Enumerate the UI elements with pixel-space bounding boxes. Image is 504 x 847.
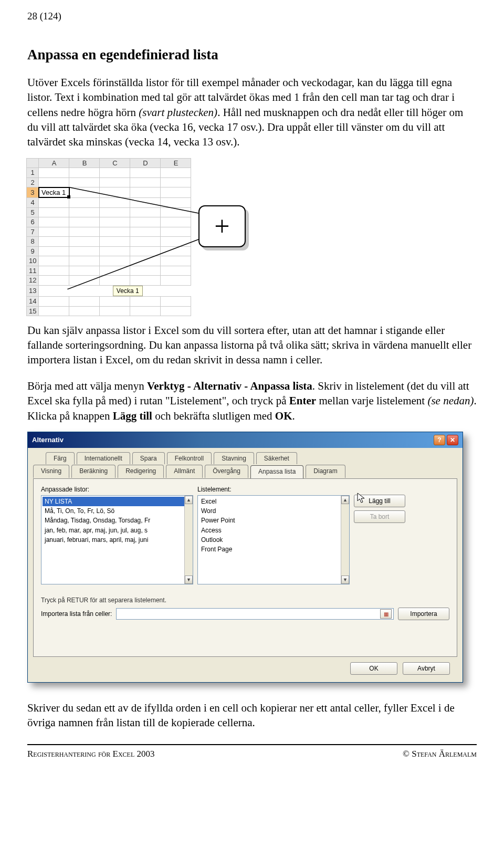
row-head: 7 bbox=[27, 227, 39, 237]
tab-farg[interactable]: Färg bbox=[46, 452, 75, 464]
list-item[interactable]: Må, Ti, On, To, Fr, Lö, Sö bbox=[43, 506, 192, 516]
delete-button[interactable]: Ta bort bbox=[354, 510, 405, 523]
list-item[interactable]: jan, feb, mar, apr, maj, jun, jul, aug, … bbox=[43, 526, 192, 535]
scroll-down-icon[interactable]: ▼ bbox=[341, 576, 349, 584]
list-item: Excel bbox=[199, 497, 348, 506]
footer-right: © Stefan Ärlemalm bbox=[403, 748, 477, 760]
list-item[interactable]: januari, februari, mars, april, maj, jun… bbox=[43, 535, 192, 545]
drag-tooltip: Vecka 1 bbox=[113, 286, 143, 296]
tab-visning[interactable]: Visning bbox=[33, 465, 69, 478]
list-item: Front Page bbox=[199, 545, 348, 554]
p3d: Enter bbox=[289, 394, 316, 407]
col-head: E bbox=[161, 158, 191, 168]
label-list-elements: Listelement: bbox=[197, 485, 350, 494]
tab-stavning[interactable]: Stavning bbox=[214, 452, 254, 464]
tab-panel: Anpassade listor: NY LISTA Må, Ti, On, T… bbox=[33, 478, 457, 657]
tab-spara[interactable]: Spara bbox=[132, 452, 165, 464]
col-head: A bbox=[39, 158, 69, 168]
tab-diagram[interactable]: Diagram bbox=[306, 465, 345, 478]
p3k: . bbox=[292, 410, 295, 422]
para1-b: (svart plustecken) bbox=[139, 106, 217, 119]
help-button[interactable]: ? bbox=[434, 435, 445, 445]
col-head: D bbox=[130, 158, 161, 168]
heading: Anpassa en egendefinierad lista bbox=[27, 45, 477, 64]
custom-lists-box[interactable]: NY LISTA Må, Ti, On, To, Fr, Lö, Sö Månd… bbox=[41, 495, 193, 584]
row-head: 8 bbox=[27, 237, 39, 247]
list-item[interactable]: Måndag, Tisdag, Onsdag, Torsdag, Fr bbox=[43, 516, 192, 525]
page-footer: Registerhantering för Excel 2003 © Stefa… bbox=[27, 748, 477, 760]
paragraph-4: Skriver du sedan ett av de ifyllda orden… bbox=[27, 700, 477, 730]
list-item[interactable]: NY LISTA bbox=[43, 497, 192, 506]
paragraph-2: Du kan själv anpassa listor i Excel som … bbox=[27, 323, 477, 368]
p3b: Verktyg - Alternativ - Anpassa lista bbox=[147, 380, 312, 392]
tab-allmant[interactable]: Allmänt bbox=[166, 465, 203, 478]
list-elements-box[interactable]: Excel Word Power Point Access Outlook Fr… bbox=[197, 495, 350, 584]
p3h: Lägg till bbox=[113, 410, 152, 422]
tab-sakerhet[interactable]: Säkerhet bbox=[256, 452, 297, 464]
plus-callout: + bbox=[198, 205, 246, 247]
scrollbar[interactable]: ▲ ▼ bbox=[341, 496, 349, 584]
row-head: 5 bbox=[27, 207, 39, 217]
row-head: 11 bbox=[27, 266, 39, 276]
row-head: 15 bbox=[27, 306, 39, 316]
tab-berakning[interactable]: Beräkning bbox=[71, 465, 116, 478]
p3e: mellan varje listelement bbox=[316, 394, 427, 407]
row-head: 2 bbox=[27, 177, 39, 187]
import-label: Importera lista från celler: bbox=[41, 610, 112, 618]
page-number: 28 (124) bbox=[27, 9, 477, 23]
tab-overgang[interactable]: Övergång bbox=[205, 465, 248, 478]
excel-screenshot: A B C D E 1 2 3Vecka 1 4 5 6 7 8 9 10 11… bbox=[26, 158, 226, 310]
list-item: Outlook bbox=[199, 535, 348, 545]
dialog-titlebar: Alternativ ? ✕ bbox=[28, 432, 463, 448]
col-head: C bbox=[100, 158, 130, 168]
row-head: 6 bbox=[27, 217, 39, 227]
options-dialog: Alternativ ? ✕ Färg Internationellt Spar… bbox=[27, 432, 463, 683]
cancel-button[interactable]: Avbryt bbox=[403, 662, 450, 675]
tab-redigering[interactable]: Redigering bbox=[118, 465, 164, 478]
paragraph-3: Börja med att välja menyn Verktyg - Alte… bbox=[27, 379, 477, 423]
excel-grid: A B C D E 1 2 3Vecka 1 4 5 6 7 8 9 10 11… bbox=[26, 158, 191, 316]
tab-internationellt[interactable]: Internationellt bbox=[77, 452, 130, 464]
row-head: 9 bbox=[27, 246, 39, 256]
import-input[interactable]: ▦ bbox=[116, 608, 394, 620]
tabs: Färg Internationellt Spara Felkontroll S… bbox=[33, 452, 457, 478]
range-picker-icon[interactable]: ▦ bbox=[380, 609, 392, 619]
row-head: 1 bbox=[27, 168, 39, 178]
corner-cell bbox=[27, 158, 39, 168]
p3j: OK bbox=[275, 410, 292, 422]
row-head: 12 bbox=[27, 276, 39, 286]
scroll-down-icon[interactable]: ▼ bbox=[185, 576, 193, 584]
ok-button[interactable]: OK bbox=[350, 662, 397, 675]
paragraph-1: Utöver Excels förinställda listor för ti… bbox=[27, 75, 477, 150]
p3a: Börja med att välja menyn bbox=[27, 380, 147, 392]
close-button[interactable]: ✕ bbox=[447, 435, 458, 445]
scroll-up-icon[interactable]: ▲ bbox=[185, 496, 193, 504]
p3f: (se nedan) bbox=[427, 394, 474, 407]
list-item: Word bbox=[199, 506, 348, 516]
row-head: 14 bbox=[27, 297, 39, 307]
list-item: Power Point bbox=[199, 516, 348, 525]
tab-felkontroll[interactable]: Felkontroll bbox=[167, 452, 212, 464]
add-button[interactable]: Lägg till bbox=[354, 495, 405, 507]
row-head: 10 bbox=[27, 256, 39, 266]
hint-text: Tryck på RETUR för att separera listelem… bbox=[41, 596, 449, 604]
row-head: 3 bbox=[27, 187, 39, 198]
scrollbar[interactable]: ▲ ▼ bbox=[184, 496, 193, 584]
scroll-up-icon[interactable]: ▲ bbox=[341, 496, 349, 504]
p3i: och bekräfta slutligen med bbox=[152, 410, 275, 422]
footer-left: Registerhantering för Excel 2003 bbox=[27, 748, 154, 760]
list-item: Access bbox=[199, 526, 348, 535]
dialog-title: Alternativ bbox=[32, 435, 64, 445]
label-custom-lists: Anpassade listor: bbox=[41, 485, 193, 494]
row-head: 4 bbox=[27, 197, 39, 207]
row-head: 13 bbox=[27, 285, 39, 296]
cell-a3: Vecka 1 bbox=[39, 187, 69, 198]
tab-anpassa-lista[interactable]: Anpassa lista bbox=[250, 465, 303, 478]
footer-rule bbox=[27, 744, 477, 745]
import-button[interactable]: Importera bbox=[398, 608, 449, 620]
col-head: B bbox=[69, 158, 100, 168]
